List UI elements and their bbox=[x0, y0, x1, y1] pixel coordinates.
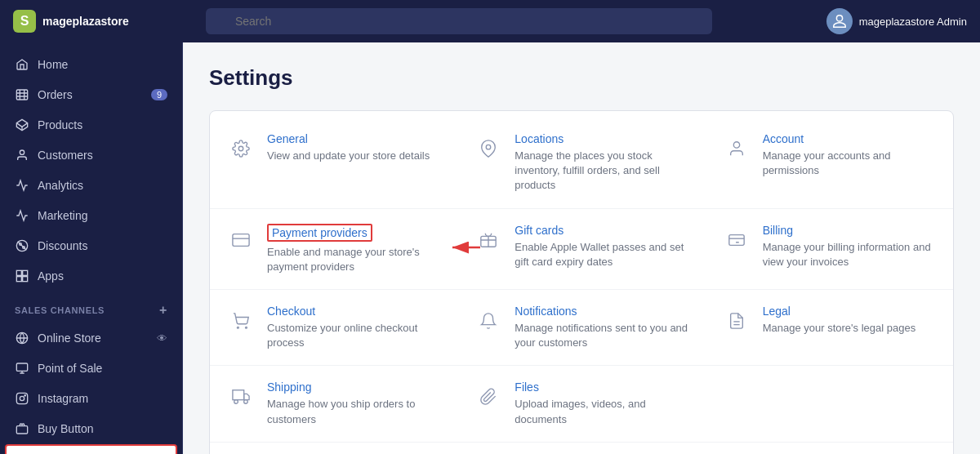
orders-icon bbox=[15, 87, 29, 102]
brand-logo[interactable]: S mageplazastore bbox=[13, 10, 144, 33]
sidebar-item-settings[interactable]: Settings bbox=[5, 444, 177, 454]
payment-providers-title: Payment providers bbox=[267, 224, 372, 242]
shipping-icon bbox=[226, 382, 256, 412]
settings-item-blank4 bbox=[706, 443, 953, 454]
legal-content: Legal Manage your store's legal pages bbox=[763, 305, 937, 336]
gift-cards-title: Gift cards bbox=[514, 224, 688, 237]
online-store-icon bbox=[15, 331, 29, 345]
home-icon bbox=[15, 57, 29, 72]
sidebar-item-discounts[interactable]: Discounts bbox=[5, 231, 177, 260]
payment-providers-desc: Enable and manage your store's payment p… bbox=[267, 245, 441, 274]
account-content: Account Manage your accounts and permiss… bbox=[763, 132, 937, 178]
settings-item-billing[interactable]: Billing Manage your billing information … bbox=[706, 209, 953, 290]
svg-rect-16 bbox=[16, 426, 27, 434]
files-title: Files bbox=[514, 381, 688, 394]
gift-cards-content: Gift cards Enable Apple Wallet passes an… bbox=[514, 224, 688, 269]
files-icon bbox=[474, 382, 503, 412]
svg-point-14 bbox=[20, 396, 24, 400]
locations-title: Locations bbox=[514, 132, 688, 145]
checkout-icon bbox=[226, 306, 256, 336]
sidebar-item-buy-button[interactable]: Buy Button bbox=[5, 414, 177, 443]
svg-rect-21 bbox=[233, 234, 249, 246]
sidebar-item-orders[interactable]: Orders 9 bbox=[5, 80, 177, 109]
sidebar-item-products[interactable]: Products bbox=[5, 110, 177, 140]
settings-item-sales-channels[interactable]: Sales channels Manage the channels you u… bbox=[457, 443, 705, 454]
svg-rect-12 bbox=[16, 363, 27, 371]
sidebar-item-instagram-label: Instagram bbox=[38, 392, 88, 405]
svg-rect-0 bbox=[16, 90, 27, 100]
customers-icon bbox=[15, 148, 29, 162]
billing-desc: Manage your billing information and view… bbox=[763, 240, 937, 269]
admin-label: mageplazastore Admin bbox=[859, 16, 967, 28]
settings-grid: General View and update your store detai… bbox=[210, 118, 953, 454]
settings-item-checkout[interactable]: Checkout Customize your online checkout … bbox=[210, 290, 457, 366]
sidebar-item-orders-label: Orders bbox=[38, 88, 73, 101]
svg-point-15 bbox=[24, 395, 25, 396]
checkout-title: Checkout bbox=[267, 305, 441, 318]
files-content: Files Upload images, videos, and documen… bbox=[514, 381, 688, 426]
account-icon bbox=[722, 134, 751, 163]
payment-providers-content: Payment providers Enable and manage your… bbox=[267, 224, 441, 274]
svg-point-27 bbox=[237, 327, 238, 328]
sidebar-item-online-store[interactable]: Online Store 👁 bbox=[5, 323, 177, 353]
notifications-content: Notifications Manage notifications sent … bbox=[514, 305, 688, 350]
sidebar: Home Orders 9 Products Customers A bbox=[0, 42, 183, 454]
sidebar-item-instagram[interactable]: Instagram bbox=[5, 384, 177, 413]
settings-item-taxes[interactable]: Taxes Manage how your store charges taxe… bbox=[210, 443, 457, 454]
svg-rect-10 bbox=[23, 277, 28, 282]
settings-item-notifications[interactable]: Notifications Manage notifications sent … bbox=[457, 290, 705, 366]
sidebar-item-home[interactable]: Home bbox=[5, 50, 177, 79]
settings-item-account[interactable]: Account Manage your accounts and permiss… bbox=[706, 118, 953, 209]
discounts-icon bbox=[15, 238, 29, 253]
shipping-content: Shipping Manage how you ship orders to c… bbox=[267, 381, 441, 426]
billing-title: Billing bbox=[763, 224, 937, 237]
settings-item-general[interactable]: General View and update your store detai… bbox=[210, 118, 457, 209]
avatar-icon bbox=[832, 14, 847, 29]
legal-desc: Manage your store's legal pages bbox=[763, 321, 937, 336]
sidebar-item-marketing[interactable]: Marketing bbox=[5, 201, 177, 230]
gift-cards-desc: Enable Apple Wallet passes and set gift … bbox=[514, 240, 688, 269]
svg-rect-26 bbox=[728, 234, 743, 245]
sidebar-item-pos-label: Point of Sale bbox=[38, 362, 102, 375]
billing-content: Billing Manage your billing information … bbox=[763, 224, 937, 269]
sidebar-item-discounts-label: Discounts bbox=[38, 239, 87, 252]
eye-icon[interactable]: 👁 bbox=[157, 332, 167, 345]
locations-icon bbox=[474, 134, 503, 163]
shipping-desc: Manage how you ship orders to customers bbox=[267, 397, 441, 426]
svg-rect-7 bbox=[16, 270, 21, 275]
main-content: Settings General View and update your st… bbox=[183, 42, 980, 454]
svg-rect-8 bbox=[23, 270, 28, 275]
svg-line-6 bbox=[18, 242, 27, 251]
sidebar-item-apps[interactable]: Apps bbox=[5, 261, 177, 291]
settings-item-shipping[interactable]: Shipping Manage how you ship orders to c… bbox=[210, 366, 457, 442]
page-title: Settings bbox=[209, 65, 954, 91]
avatar[interactable] bbox=[826, 8, 853, 34]
sidebar-item-products-label: Products bbox=[38, 118, 82, 131]
search-input[interactable] bbox=[206, 8, 712, 34]
legal-title: Legal bbox=[763, 305, 937, 318]
settings-item-locations[interactable]: Locations Manage the places you stock in… bbox=[457, 118, 705, 209]
search-area: 🔍 bbox=[206, 8, 712, 34]
settings-item-legal[interactable]: Legal Manage your store's legal pages bbox=[706, 290, 953, 366]
files-desc: Upload images, videos, and documents bbox=[514, 397, 688, 426]
settings-item-files[interactable]: Files Upload images, videos, and documen… bbox=[457, 366, 705, 442]
apps-icon bbox=[15, 269, 29, 283]
gift-cards-icon bbox=[474, 225, 503, 255]
marketing-icon bbox=[15, 208, 29, 223]
sidebar-item-analytics[interactable]: Analytics bbox=[5, 171, 177, 200]
sidebar-item-online-store-label: Online Store bbox=[38, 332, 101, 345]
sidebar-item-point-of-sale[interactable]: Point of Sale bbox=[5, 354, 177, 383]
general-content: General View and update your store detai… bbox=[267, 132, 441, 163]
sidebar-item-customers[interactable]: Customers bbox=[5, 140, 177, 170]
pos-icon bbox=[15, 361, 29, 376]
sidebar-item-buy-button-label: Buy Button bbox=[38, 422, 94, 435]
topnav-right: mageplazastore Admin bbox=[826, 8, 967, 34]
sidebar-item-apps-label: Apps bbox=[38, 269, 64, 283]
app-body: Home Orders 9 Products Customers A bbox=[0, 42, 980, 454]
add-channel-icon[interactable]: + bbox=[159, 303, 167, 318]
settings-item-payment-providers[interactable]: Payment providers Enable and manage your… bbox=[210, 209, 457, 290]
account-title: Account bbox=[763, 132, 937, 145]
settings-item-gift-cards[interactable]: Gift cards Enable Apple Wallet passes an… bbox=[457, 209, 705, 290]
svg-point-18 bbox=[238, 146, 243, 151]
checkout-desc: Customize your online checkout process bbox=[267, 321, 441, 350]
